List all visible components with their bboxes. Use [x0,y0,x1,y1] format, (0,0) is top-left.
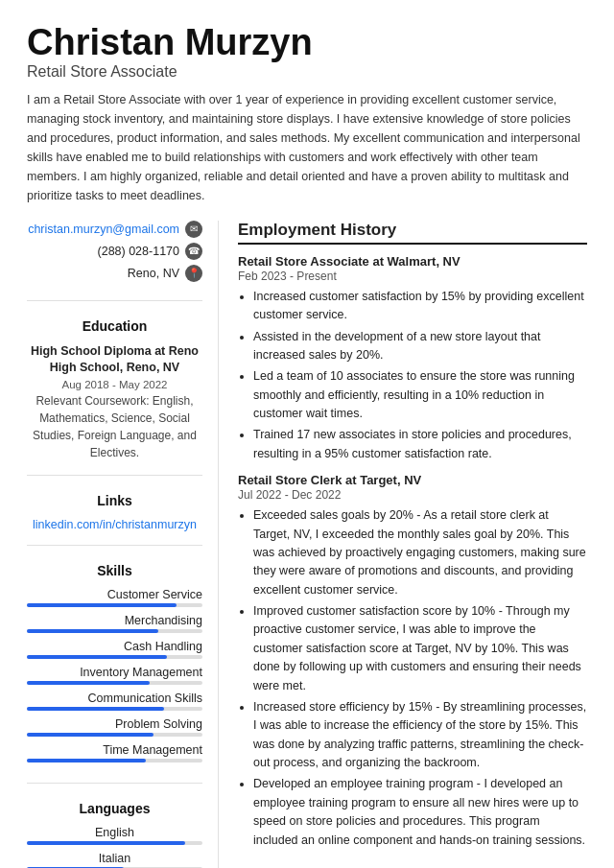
skill-bar-bg [27,655,202,659]
skill-bar-bg [27,759,202,762]
summary-text: I am a Retail Store Associate with over … [27,90,587,205]
skill-item: Customer Service [27,588,202,607]
bullet-item: Developed an employee training program -… [253,775,587,850]
skills-section-title: Skills [27,563,202,578]
language-label: Italian [27,852,202,865]
skills-section: Skills Customer Service Merchandising Ca… [27,563,202,784]
skill-label: Problem Solving [27,717,202,731]
languages-section-title: Languages [27,801,202,816]
language-item: Italian [27,852,202,868]
candidate-title: Retail Store Associate [27,63,587,81]
skill-bar-bg [27,603,202,607]
skill-bar-bg [27,707,202,711]
language-item: English [27,826,202,845]
skills-list: Customer Service Merchandising Cash Hand… [27,588,202,762]
skill-label: Time Management [27,743,202,757]
links-section-title: Links [27,493,202,508]
skill-label: Communication Skills [27,692,202,705]
skill-label: Inventory Management [27,666,202,679]
links-section: Links linkedin.com/in/christanmurzyn [27,493,202,546]
bullet-item: Trained 17 new associates in store polic… [253,426,587,463]
education-section: Education High School Diploma at Reno Hi… [27,318,202,476]
job-entry: Retail Store Clerk at Target, NV Jul 202… [238,473,587,850]
skill-label: Cash Handling [27,640,202,653]
bullet-item: Increased store efficiency by 15% - By s… [253,698,587,773]
location-text: Reno, NV [128,267,179,280]
bullet-item: Led a team of 10 associates to ensure th… [253,367,587,423]
job-bullets: Exceeded sales goals by 20% - As a retai… [238,506,587,850]
skill-bar-bg [27,629,202,633]
linkedin-link[interactable]: linkedin.com/in/christanmurzyn [27,518,202,531]
skill-item: Time Management [27,743,202,762]
language-bar-fill [27,841,185,845]
skill-bar-fill [27,733,154,737]
language-label: English [27,826,202,839]
job-entry: Retail Store Associate at Walmart, NV Fe… [238,254,587,463]
skill-bar-fill [27,603,177,607]
language-bar-bg [27,841,202,845]
email-item: christan.murzyn@gmail.com ✉ [27,221,202,238]
skill-item: Inventory Management [27,666,202,685]
skill-item: Communication Skills [27,692,202,711]
education-section-title: Education [27,318,202,334]
right-column: Employment History Retail Store Associat… [219,221,587,868]
skill-bar-bg [27,681,202,685]
skill-item: Merchandising [27,614,202,633]
edu-dates: Aug 2018 - May 2022 [27,379,202,390]
skill-bar-bg [27,733,202,737]
skill-bar-fill [27,707,164,711]
bullet-item: Exceeded sales goals by 20% - As a retai… [253,506,587,599]
candidate-name: Christan Murzyn [27,23,587,63]
edu-degree: High School Diploma at Reno High School,… [27,343,202,377]
bullet-item: Assisted in the development of a new sto… [253,328,587,365]
job-bullets: Increased customer satisfaction by 15% b… [238,288,587,463]
job-title: Retail Store Clerk at Target, NV [238,473,587,487]
skill-bar-fill [27,629,158,633]
skill-label: Customer Service [27,588,202,601]
skill-bar-fill [27,681,150,685]
employment-section: Employment History Retail Store Associat… [238,221,587,850]
employment-section-title: Employment History [238,221,587,245]
jobs-list: Retail Store Associate at Walmart, NV Fe… [238,254,587,850]
location-icon: 📍 [185,265,202,282]
skill-bar-fill [27,655,167,659]
location-item: Reno, NV 📍 [27,265,202,282]
left-column: christan.murzyn@gmail.com ✉ (288) 028-11… [27,221,219,868]
bullet-item: Increased customer satisfaction by 15% b… [253,288,587,325]
phone-item: (288) 028-1170 ☎ [27,243,202,260]
phone-text: (288) 028-1170 [98,245,179,258]
email-link[interactable]: christan.murzyn@gmail.com [28,223,179,236]
phone-icon: ☎ [185,243,202,260]
job-dates: Feb 2023 - Present [238,270,587,283]
job-dates: Jul 2022 - Dec 2022 [238,488,587,502]
main-content: christan.murzyn@gmail.com ✉ (288) 028-11… [27,221,587,868]
resume-header: Christan Murzyn Retail Store Associate I… [27,23,587,205]
contact-section: christan.murzyn@gmail.com ✉ (288) 028-11… [27,221,202,301]
skill-bar-fill [27,759,146,762]
languages-section: Languages English Italian [27,801,202,868]
job-title: Retail Store Associate at Walmart, NV [238,254,587,269]
email-icon: ✉ [185,221,202,238]
skill-item: Problem Solving [27,717,202,737]
edu-courses: Relevant Coursework: English, Mathematic… [27,392,202,461]
skill-item: Cash Handling [27,640,202,659]
bullet-item: Improved customer satisfaction score by … [253,602,587,695]
skill-label: Merchandising [27,614,202,627]
languages-list: English Italian [27,826,202,868]
